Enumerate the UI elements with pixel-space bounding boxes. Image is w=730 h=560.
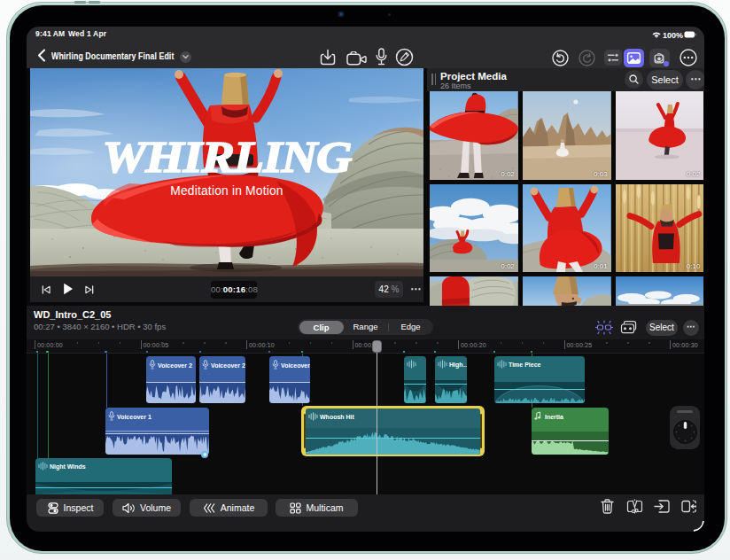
svg-text:100%: 100% [663, 30, 683, 38]
